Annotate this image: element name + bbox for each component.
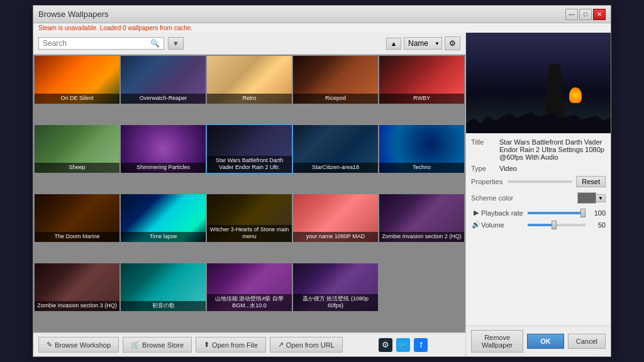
workshop-icon: ✎ <box>47 341 52 349</box>
volume-label: Volume <box>481 221 525 229</box>
browse-workshop-button[interactable]: ✎ Browse Workshop <box>38 337 119 353</box>
wallpaper-label-ori: Ori DE Silent <box>35 94 119 104</box>
wallpaper-item-witcher[interactable]: Witcher 3-Hearts of Stone main menu <box>207 194 292 242</box>
wallpaper-item-ori[interactable]: Ori DE Silent <box>35 56 119 104</box>
details-panel: Title Star Wars Battlefront Darth Vader … <box>466 133 611 326</box>
wallpaper-item-anime3[interactable]: 遥か彼方 拾活壁纸 (1080p 60fps) <box>293 263 378 311</box>
right-bottom-bar: Remove Wallpaper OK Cancel <box>466 326 611 356</box>
sort-direction-button[interactable]: ▲ <box>386 38 401 50</box>
wallpaper-item-rwby[interactable]: RWBY <box>379 56 464 104</box>
restore-button[interactable]: □ <box>579 9 592 20</box>
wallpaper-label-swbf: Star Wars Battlefront Darth Vader Endor … <box>207 156 292 173</box>
search-input[interactable] <box>43 39 150 48</box>
wallpaper-label-rice: Ricepod <box>293 94 378 104</box>
wallpaper-item-zombie2[interactable]: Zombie Invasion section 2 (HQ) <box>379 194 464 242</box>
scheme-dropdown-button[interactable]: ▼ <box>596 194 606 202</box>
volume-thumb[interactable] <box>552 221 557 229</box>
facebook-social-icon[interactable]: f <box>414 338 428 352</box>
search-box[interactable]: 🔍 <box>38 37 164 50</box>
remove-wallpaper-button[interactable]: Remove Wallpaper <box>471 330 523 353</box>
wallpaper-label-star: StarCitizen-area18 <box>293 163 378 173</box>
scheme-row: Scheme color ▼ <box>471 192 606 204</box>
wallpaper-item-zombie3[interactable]: Zombie Invasion section 3 (HQ) <box>35 263 119 311</box>
wallpaper-item-retro[interactable]: Retro <box>207 56 292 104</box>
title-label: Title <box>471 138 499 161</box>
volume-track[interactable] <box>528 224 586 226</box>
playback-thumb[interactable] <box>580 209 586 217</box>
store-icon: 🛒 <box>131 341 140 349</box>
wallpaper-label-zombie2: Zombie Invasion section 2 (HQ) <box>379 232 464 242</box>
steam-warning: Steam is unavailable. Loaded 0 wallpaper… <box>33 23 611 33</box>
upload-icon: ⬆ <box>204 341 209 349</box>
close-button[interactable]: ✕ <box>593 9 606 20</box>
wallpaper-item-yourname[interactable]: your name 1080P MAD <box>293 194 378 242</box>
wallpaper-item-shimmering[interactable]: Shimmering Particles <box>121 125 206 173</box>
reset-button[interactable]: Reset <box>576 176 606 187</box>
playback-rate-row: ▶ Playback rate 100 <box>471 209 606 217</box>
open-from-url-button[interactable]: ↗ Open from URL <box>270 337 343 353</box>
scheme-label: Scheme color <box>471 194 577 202</box>
preview-background <box>466 33 611 133</box>
ok-button[interactable]: OK <box>527 334 564 349</box>
sort-select[interactable]: Name Date Type <box>404 37 442 50</box>
window-controls: — □ ✕ <box>565 9 606 20</box>
playback-value: 100 <box>588 209 606 217</box>
wallpaper-label-retro: Retro <box>207 94 292 104</box>
right-panel: Title Star Wars Battlefront Darth Vader … <box>466 33 611 356</box>
playback-label: Playback rate <box>481 209 525 217</box>
title-row: Title Star Wars Battlefront Darth Vader … <box>471 138 606 161</box>
link-icon: ↗ <box>278 341 284 349</box>
wallpaper-label-anime2: 山地佳能 游动壁纸#柴 自带BGM...水10.0 <box>207 294 292 311</box>
wallpaper-label-shimmering: Shimmering Particles <box>121 163 206 173</box>
wallpaper-item-hatsune[interactable]: 初音の歌 <box>121 263 206 311</box>
wallpaper-label-sheep: Sheep <box>35 163 119 173</box>
wallpaper-item-timelapse[interactable]: Time lapse <box>121 194 206 242</box>
social-icons: ⚙ 🐦 f <box>379 338 428 352</box>
wallpaper-label-rwby: RWBY <box>379 94 464 104</box>
wallpaper-item-techno[interactable]: Techno <box>379 125 464 173</box>
browse-store-button[interactable]: 🛒 Browse Store <box>123 337 192 353</box>
type-row: Type Video <box>471 165 606 172</box>
sort-select-wrapper: Name Date Type <box>404 37 442 50</box>
wallpaper-grid: Ori DE SilentOverwatch-ReaperRetroRicepo… <box>33 55 465 332</box>
search-icon: 🔍 <box>150 39 160 48</box>
title-bar: Browse Wallpapers — □ ✕ <box>33 6 611 23</box>
wallpaper-item-star[interactable]: StarCitizen-area18 <box>293 125 378 173</box>
wallpaper-item-sheep[interactable]: Sheep <box>35 125 119 173</box>
wallpaper-label-ow: Overwatch-Reaper <box>121 94 206 104</box>
wallpaper-item-ow[interactable]: Overwatch-Reaper <box>121 56 206 104</box>
wallpaper-label-timelapse: Time lapse <box>121 232 206 242</box>
twitter-social-icon[interactable]: 🐦 <box>396 338 410 352</box>
wallpaper-label-zombie3: Zombie Invasion section 3 (HQ) <box>35 301 119 311</box>
wallpaper-item-rice[interactable]: Ricepod <box>293 56 378 104</box>
wallpaper-item-doom[interactable]: The Doom Marine <box>35 194 119 242</box>
scheme-color-picker[interactable] <box>577 192 596 204</box>
wallpaper-item-anime2[interactable]: 山地佳能 游动壁纸#柴 自带BGM...水10.0 <box>207 263 292 311</box>
open-from-file-button[interactable]: ⬆ Open from File <box>196 337 266 353</box>
sort-group: ▲ Name Date Type ⚙ <box>386 36 460 50</box>
volume-value: 50 <box>588 221 606 229</box>
wallpaper-label-anime3: 遥か彼方 拾活壁纸 (1080p 60fps) <box>293 294 378 311</box>
volume-icon: 🔊 <box>471 221 481 229</box>
preview-fire <box>569 87 582 103</box>
properties-bar <box>508 180 573 183</box>
play-icon: ▶ <box>471 209 481 217</box>
settings-button[interactable]: ⚙ <box>445 36 460 50</box>
window-title: Browse Wallpapers <box>38 9 109 19</box>
wallpaper-label-yourname: your name 1080P MAD <box>293 232 378 242</box>
wallpaper-label-hatsune: 初音の歌 <box>121 301 206 311</box>
content-area: 🔍 ▼ ▲ Name Date Type ⚙ Ori <box>33 33 611 356</box>
wallpaper-label-doom: The Doom Marine <box>35 232 119 242</box>
playback-track[interactable] <box>528 212 586 214</box>
steam-social-icon[interactable]: ⚙ <box>379 338 392 352</box>
filter-button[interactable]: ▼ <box>168 37 184 50</box>
wallpaper-item-swbf[interactable]: Star Wars Battlefront Darth Vader Endor … <box>207 125 292 173</box>
left-panel: 🔍 ▼ ▲ Name Date Type ⚙ Ori <box>33 33 466 356</box>
title-value: Star Wars Battlefront Darth Vader Endor … <box>499 138 606 161</box>
minimize-button[interactable]: — <box>565 9 578 20</box>
type-label: Type <box>471 165 499 172</box>
playback-fill <box>528 212 586 214</box>
bottom-bar: ✎ Browse Workshop 🛒 Browse Store ⬆ Open … <box>33 332 465 356</box>
type-value: Video <box>499 165 606 172</box>
cancel-button[interactable]: Cancel <box>568 334 606 349</box>
